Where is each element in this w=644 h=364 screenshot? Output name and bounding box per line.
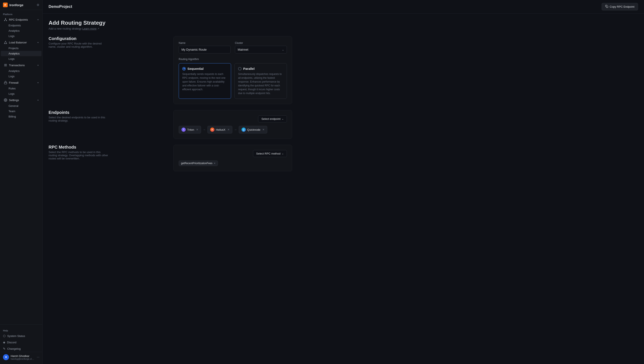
network-icon [4,18,7,21]
method-tag-getRecentPrioritizationFees: getRecentPrioritizationFees ✕ [179,160,218,166]
endpoints-section: Endpoints Select the desired endpoints t… [49,110,292,139]
quicknode-remove-icon[interactable]: ✕ [262,128,265,131]
config-section-title: Configuration [49,36,108,41]
lb-chevron-icon: ▾ [38,41,39,44]
sidebar: IF Ironforge ⚙ Platform RPC Endpoints ▾ … [0,0,43,364]
firewall-icon [4,81,7,84]
sidebar-group-fw-header[interactable]: Firewall ▾ [1,80,42,86]
svg-point-1 [4,20,5,21]
avatar-initials: H [5,356,7,359]
sidebar-item-settings-general[interactable]: General [1,103,42,108]
endpoint-tag-helius: H HeliusX ✕ [207,126,232,134]
discord-label: Discord [7,341,17,344]
sidebar-settings-icon[interactable]: ⚙ [37,3,40,6]
sidebar-item-lb-logs[interactable]: Logs [1,56,42,62]
select-rpc-chevron: ⌄ [282,152,284,155]
method-remove-icon[interactable]: ✕ [214,162,216,165]
sequential-desc: Sequentially sends requests to each RPC … [182,72,227,91]
discord-icon: ◈ [3,340,5,344]
triton-remove-icon[interactable]: ✕ [196,128,198,131]
changelog-item[interactable]: ✎ Changelog [0,346,42,352]
helius-name: HeliusX [216,128,226,131]
select-rpc-method-button[interactable]: Select RPC method ⌄ [253,150,287,157]
page-subtitle: Add a new routing strategy Learn more ↗ [49,27,292,30]
logo-icon: IF [3,2,8,7]
endpoints-card: Select endpoint ⌄ T Triton ✕ → H H [173,110,292,139]
name-input[interactable] [179,46,231,54]
name-field-group: Name [179,42,231,54]
helius-icon: H [210,128,214,132]
sidebar-group-settings: Settings ▾ General Team Billing [0,97,42,119]
user-expand-icon: ⋯ [37,356,40,359]
app-name: Ironforge [9,3,24,7]
sidebar-item-tx-logs[interactable]: Logs [1,74,42,79]
svg-point-4 [5,100,6,100]
config-section-desc: Configure your RPC Route with the desire… [49,42,108,48]
rpc-methods-section: RPC Methods Select the RPC methods to be… [49,145,292,171]
algo-sequential[interactable]: Sequential Sequentially sends requests t… [179,63,231,99]
configuration-card: Name Cluster Mainnet Devnet Testnet [173,36,292,104]
svg-rect-5 [606,6,608,8]
endpoints-section-title: Endpoints [49,110,108,115]
balance-icon [4,41,7,44]
routing-algo-label: Routing Algorithm [179,58,287,61]
avatar: H [3,354,9,360]
system-status-label: System Status [7,334,25,338]
rpc-endpoints-label: RPC Endpoints [9,18,28,21]
help-label: Help [0,326,42,333]
settings-chevron-icon: ▾ [38,99,39,101]
sidebar-group-rpc-header[interactable]: RPC Endpoints ▾ [1,16,42,23]
rpc-methods-section-desc: Select the RPC methods to be used in thi… [49,150,108,160]
learn-more-link[interactable]: Learn more [83,27,97,30]
system-status-item[interactable]: ⬡ System Status [0,333,42,339]
sidebar-group-tx-header[interactable]: Transactions ▾ [1,62,42,68]
rpc-chevron-icon: ▾ [38,18,39,21]
discord-item[interactable]: ◈ Discord [0,339,42,346]
project-title: DemoProject [49,4,72,9]
svg-rect-3 [4,82,7,84]
tx-chevron-icon: ▾ [38,64,39,66]
sidebar-group-lb-header[interactable]: Load Balancer ▾ [1,39,42,46]
sidebar-item-rpc-analytics[interactable]: Analytics [1,28,42,34]
sidebar-item-rpc-logs[interactable]: Logs [1,34,42,39]
copy-rpc-endpoint-button[interactable]: Copy RPC Endpoint [602,3,638,10]
helius-remove-icon[interactable]: ✕ [227,128,230,131]
transaction-icon [4,64,7,67]
algo-parallel[interactable]: Parallel Simultaneously dispatches reque… [235,63,287,99]
copy-icon [605,5,608,8]
quicknode-name: Quicknode [247,128,260,131]
sidebar-group-rpc-endpoints: RPC Endpoints ▾ Endpoints Analytics Logs [0,16,42,39]
settings-label: Settings [9,98,19,102]
triton-name: Triton [187,128,194,131]
page-content: Add Routing Strategy Add a new routing s… [43,14,298,183]
sidebar-item-lb-projects[interactable]: Projects [1,46,42,51]
cluster-select[interactable]: Mainnet Devnet Testnet [235,46,287,54]
arrow-separator-1: → [203,128,206,131]
sidebar-item-fw-rules[interactable]: Rules [1,86,42,91]
method-name: getRecentPrioritizationFees [181,162,212,165]
triton-icon: T [181,128,186,132]
sidebar-item-lb-analytics[interactable]: Analytics [1,51,42,56]
status-icon: ⬡ [3,334,6,338]
user-profile[interactable]: H Harsh Ghodkar harshg@ironforge.cloud ⋯ [0,352,42,362]
sidebar-item-tx-analytics[interactable]: Analytics [1,68,42,74]
sidebar-item-fw-logs[interactable]: Logs [1,91,42,96]
sidebar-item-settings-billing[interactable]: Billing [1,114,42,119]
changelog-label: Changelog [7,347,21,350]
tx-label: Transactions [9,64,25,67]
endpoints-section-desc: Select the desired endpoints to be used … [49,116,108,122]
select-endpoint-label: Select endpoint [261,117,280,120]
rpc-methods-section-title: RPC Methods [49,145,108,150]
algo-grid: Sequential Sequentially sends requests t… [179,63,287,99]
cluster-label: Cluster [235,42,287,44]
sequential-radio [182,67,186,70]
sidebar-bottom: Help ⬡ System Status ◈ Discord ✎ Changel… [0,324,42,364]
select-endpoint-button[interactable]: Select endpoint ⌄ [258,115,287,122]
sidebar-group-transactions: Transactions ▾ Analytics Logs [0,62,42,79]
select-rpc-label: Select RPC method [256,152,280,155]
rpc-methods-list: getRecentPrioritizationFees ✕ [179,157,287,166]
sidebar-item-settings-team[interactable]: Team [1,108,42,114]
sidebar-group-settings-header[interactable]: Settings ▾ [1,97,42,103]
app-logo[interactable]: IF Ironforge [3,2,24,7]
sidebar-item-rpc-endpoints[interactable]: Endpoints [1,23,42,28]
